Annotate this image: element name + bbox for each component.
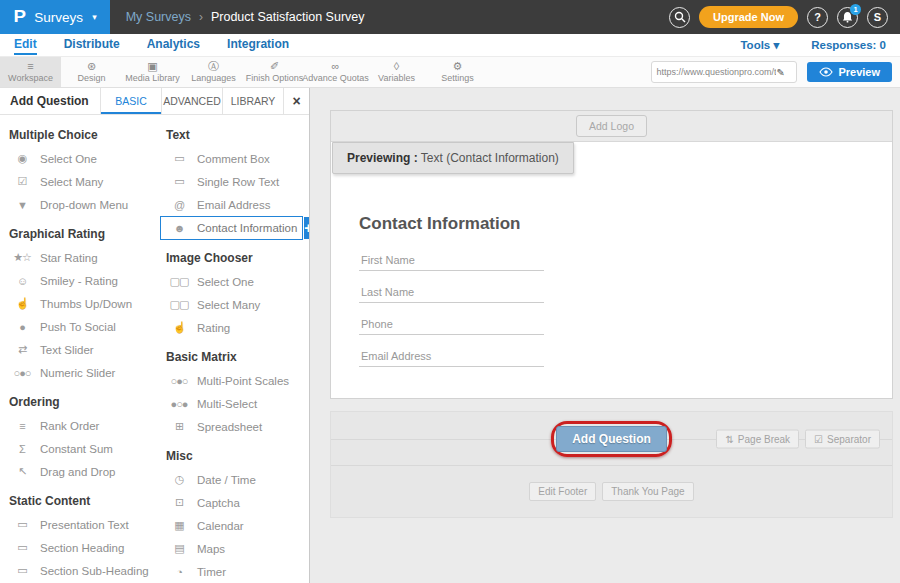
question-type-star-rating[interactable]: ★☆ Star Rating — [0, 246, 157, 269]
question-type-email-address[interactable]: @ Email Address — [157, 193, 309, 216]
question-type-multi-select[interactable]: ●○● Multi-Select — [157, 392, 309, 415]
chevron-down-icon: ▾ — [92, 12, 97, 22]
notifications-button[interactable]: 1 — [837, 7, 858, 28]
annotation-highlight-ring: Add Question — [551, 421, 672, 457]
question-title: Contact Information — [359, 214, 892, 234]
image-rating-icon: ☝ — [168, 321, 190, 334]
advance-quotas-icon: ∞ — [332, 61, 340, 72]
question-type-push-to-social[interactable]: ● Push To Social — [0, 315, 157, 338]
question-type-image-rating[interactable]: ☝ Rating — [157, 316, 309, 339]
finish-options-icon: ✐ — [270, 61, 279, 72]
toolbar-item-settings[interactable]: ⚙ Settings — [427, 57, 488, 87]
question-type-timer[interactable]: ◔ Timer — [157, 560, 309, 583]
question-type-numeric-slider[interactable]: ○●○ Numeric Slider — [0, 361, 157, 384]
toolbar-item-advance-quotas[interactable]: ∞ Advance Quotas — [305, 57, 366, 87]
question-type-spreadsheet[interactable]: ⊞ Spreadsheet — [157, 415, 309, 438]
add-contact-information-button[interactable]: + — [304, 217, 309, 239]
person-icon: ☻ — [168, 222, 190, 234]
question-type-section-heading[interactable]: ▭ Section Heading — [0, 536, 157, 559]
at-sign-icon: @ — [168, 199, 190, 211]
question-type-calendar[interactable]: ▦ Calendar — [157, 514, 309, 537]
edit-footer-button[interactable]: Edit Footer — [529, 482, 596, 501]
thank-you-page-button[interactable]: Thank You Page — [602, 482, 693, 501]
page-break-button[interactable]: ⇅ Page Break — [716, 429, 799, 448]
smiley-icon: ☺ — [11, 275, 33, 287]
survey-canvas: Add Logo Previewing : Text (Contact Info… — [310, 88, 900, 583]
tab-integration[interactable]: Integration — [227, 35, 289, 55]
question-type-multi-point-scales[interactable]: ○●○ Multi-Point Scales — [157, 369, 309, 392]
toolbar-item-workspace[interactable]: ≡ Workspace — [0, 57, 61, 87]
add-logo-button[interactable]: Add Logo — [576, 115, 647, 137]
question-type-section-sub-heading[interactable]: ▭ Section Sub-Heading — [0, 559, 157, 582]
star-rating-icon: ★☆ — [11, 251, 33, 264]
upgrade-now-button[interactable]: Upgrade Now — [699, 6, 798, 28]
image-select-many-icon: ▢▢ — [168, 298, 190, 311]
product-label: Surveys — [34, 10, 83, 25]
responses-count[interactable]: Responses: 0 — [811, 39, 886, 51]
question-type-image-select-many[interactable]: ▢▢ Select Many — [157, 293, 309, 316]
search-button[interactable] — [669, 7, 690, 28]
toolbar-item-variables[interactable]: ◊ Variables — [366, 57, 427, 87]
toolbar-item-design[interactable]: ⊛ Design — [61, 57, 122, 87]
question-type-constant-sum[interactable]: Σ Constant Sum — [0, 437, 157, 460]
question-type-image-select-one[interactable]: ▢▢ Select One — [157, 270, 309, 293]
product-switcher[interactable]: P Surveys ▾ — [0, 0, 110, 34]
preview-button[interactable]: Preview — [807, 62, 892, 82]
add-question-button[interactable]: Add Question — [556, 426, 667, 452]
settings-icon: ⚙ — [453, 61, 463, 72]
tab-distribute[interactable]: Distribute — [64, 35, 120, 55]
tab-advanced[interactable]: ADVANCED — [161, 88, 222, 114]
avatar[interactable]: S — [867, 7, 888, 28]
workspace-icon: ≡ — [27, 61, 33, 72]
question-type-captcha[interactable]: ⊡ Captcha — [157, 491, 309, 514]
question-type-thumbs-up-down[interactable]: ☝ Thumbs Up/Down — [0, 292, 157, 315]
tools-menu[interactable]: Tools ▾ — [740, 38, 779, 52]
toolbar-item-media-library[interactable]: ▣ Media Library — [122, 57, 183, 87]
question-type-contact-information[interactable]: ☻ Contact Information + — [160, 216, 303, 240]
question-type-dropdown-menu[interactable]: ▼ Drop-down Menu — [0, 193, 157, 216]
top-header: P Surveys ▾ My Surveys › Product Satisfa… — [0, 0, 900, 34]
timer-icon: ◔ — [168, 566, 190, 578]
last-name-field[interactable] — [359, 280, 544, 303]
question-type-select-one[interactable]: ◉ Select One — [0, 147, 157, 170]
breadcrumb-my-surveys[interactable]: My Surveys — [126, 10, 191, 24]
question-type-single-row-text[interactable]: ▭ Single Row Text — [157, 170, 309, 193]
question-type-text-slider[interactable]: ⇄ Text Slider — [0, 338, 157, 361]
section-graphical-rating: Graphical Rating — [0, 216, 157, 246]
tab-edit[interactable]: Edit — [14, 35, 37, 55]
email-address-field[interactable] — [359, 344, 544, 367]
question-type-rank-order[interactable]: ≡ Rank Order — [0, 414, 157, 437]
image-select-one-icon: ▢▢ — [168, 275, 190, 288]
toolbar-item-finish-options[interactable]: ✐ Finish Options — [244, 57, 305, 87]
help-button[interactable]: ? — [807, 7, 828, 28]
question-type-date-time[interactable]: ◷ Date / Time — [157, 468, 309, 491]
question-type-presentation-text[interactable]: ▭ Presentation Text — [0, 513, 157, 536]
survey-url-input[interactable] — [656, 67, 776, 77]
thumbs-up-icon: ☝ — [11, 297, 33, 310]
section-text: Text — [157, 117, 309, 147]
logo-strip: Add Logo — [331, 111, 892, 142]
tab-library[interactable]: LIBRARY — [222, 88, 283, 114]
breadcrumb-survey-title: Product Satisfaction Survey — [211, 10, 365, 24]
first-name-field[interactable] — [359, 248, 544, 271]
question-type-comment-box[interactable]: ▭ Comment Box — [157, 147, 309, 170]
phone-field[interactable] — [359, 312, 544, 335]
question-type-smiley-rating[interactable]: ☺ Smiley - Rating — [0, 269, 157, 292]
spreadsheet-icon: ⊞ — [168, 420, 190, 433]
question-type-drag-and-drop[interactable]: ↖ Drag and Drop — [0, 460, 157, 483]
select-one-icon: ◉ — [11, 152, 33, 165]
separator-button[interactable]: ☑ Separator — [805, 429, 880, 448]
tab-analytics[interactable]: Analytics — [147, 35, 200, 55]
edit-url-icon[interactable]: ✎ — [776, 67, 784, 78]
breadcrumb-separator: › — [199, 10, 203, 24]
toolbar-item-languages[interactable]: Ⓐ Languages — [183, 57, 244, 87]
question-type-maps[interactable]: ▤ Maps — [157, 537, 309, 560]
tab-basic[interactable]: BASIC — [100, 88, 161, 114]
question-type-select-many[interactable]: ☑ Select Many — [0, 170, 157, 193]
close-icon[interactable]: × — [283, 88, 309, 114]
add-question-panel: Add Question BASIC ADVANCED LIBRARY × Mu… — [0, 88, 310, 583]
breadcrumb: My Surveys › Product Satisfaction Survey — [126, 10, 365, 24]
multi-point-scales-icon: ○●○ — [168, 375, 190, 387]
comment-box-icon: ▭ — [168, 152, 190, 165]
search-icon — [674, 11, 686, 23]
